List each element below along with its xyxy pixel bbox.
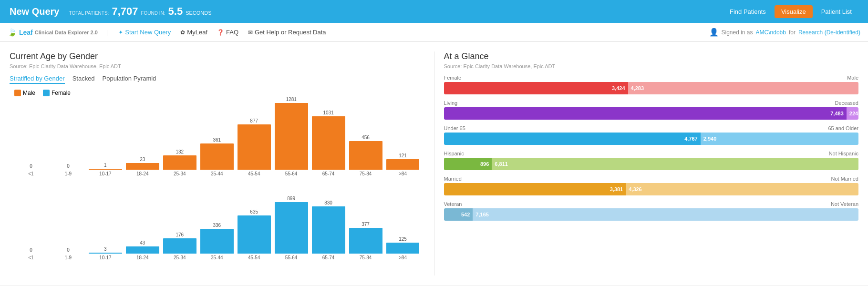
bar-value-label: 23 — [140, 157, 145, 162]
glance-left-label: Under 65 — [444, 125, 465, 131]
female-label: Female — [52, 90, 71, 96]
start-new-query-link[interactable]: ✦ Start New Query — [118, 29, 171, 36]
user-info: 👤 Signed in as AMC\ndobb for Research (D… — [709, 28, 861, 37]
faq-link[interactable]: ❓ FAQ — [217, 29, 238, 36]
bar-value-label: 176 — [176, 232, 184, 237]
bar-group: 103165-74 — [312, 110, 345, 176]
find-patients-button[interactable]: Find Patients — [723, 5, 773, 18]
plus-icon: ✦ — [118, 29, 123, 36]
age-gender-panel: Current Age by Gender Source: Epic Clari… — [10, 51, 424, 276]
glance-left-value: 896 — [480, 161, 489, 167]
glance-labels-row: VeteranNot Veteran — [444, 201, 859, 207]
bar-group: 37775-84 — [349, 222, 382, 260]
leaf-icon: 🍃 — [8, 28, 17, 37]
glance-section: Under 6565 and Older4,7672,940 — [444, 125, 859, 145]
female-bar-chart: 0<101-9310-174318-2417625-3433635-446354… — [10, 184, 424, 260]
bar-group: 0<1 — [14, 163, 48, 176]
bar-age-label: 65-74 — [322, 255, 335, 260]
legend-female: Female — [43, 90, 71, 96]
bar-rect — [89, 169, 122, 170]
male-bar-chart: 0<101-9110-172318-2413225-3436135-448774… — [10, 100, 424, 176]
glance-right-label: Deceased — [835, 100, 858, 106]
bar-value-label: 121 — [399, 153, 407, 158]
question-icon: ❓ — [217, 29, 224, 36]
get-help-link[interactable]: ✉ Get Help or Request Data — [248, 29, 326, 36]
glance-left-label: Female — [444, 75, 462, 81]
bar-value-label: 0 — [67, 247, 70, 253]
glance-right-label: Not Married — [831, 176, 858, 182]
bar-rect — [349, 141, 382, 170]
found-in-label: FOUND IN: — [141, 10, 165, 16]
bar-group: 121>84 — [386, 153, 420, 176]
myleaf-link[interactable]: ✿ MyLeaf — [180, 29, 207, 36]
glance-right-value: 7,165 — [475, 212, 489, 217]
glance-right-value: 2,940 — [703, 136, 717, 142]
bar-group: 33635-44 — [200, 223, 234, 260]
tab-stratified[interactable]: Stratified by Gender — [10, 75, 65, 84]
bar-value-label: 635 — [250, 209, 258, 214]
brand: 🍃 Leaf Clinical Data Explorer 2.0 — [8, 28, 98, 37]
glance-left-value: 4,767 — [684, 136, 698, 142]
phone-icon: ✉ — [248, 29, 253, 36]
glance-section: HispanicNot Hispanic8966,811 — [444, 151, 859, 170]
glance-right-label: Not Veteran — [831, 201, 858, 207]
bar-group: 2318-24 — [126, 157, 159, 176]
bar-age-label: >84 — [399, 255, 407, 260]
bar-age-label: 1-9 — [65, 171, 72, 176]
bar-value-label: 830 — [324, 200, 332, 205]
brand-name: Leaf — [19, 29, 33, 36]
glance-labels-row: HispanicNot Hispanic — [444, 151, 859, 156]
bar-age-label: <1 — [28, 171, 33, 176]
total-patients-value: 7,707 — [112, 5, 138, 18]
glance-title: At a Glance — [444, 51, 859, 61]
bar-value-label: 43 — [140, 240, 145, 245]
bar-group: 45675-84 — [349, 135, 382, 176]
bar-rect — [238, 124, 271, 170]
leaf-nav-icon: ✿ — [180, 29, 185, 36]
bar-rect — [238, 215, 271, 254]
visualize-button[interactable]: Visualize — [775, 5, 813, 18]
bar-value-label: 899 — [287, 196, 295, 201]
bar-group: 0<1 — [14, 247, 48, 260]
bar-group: 63545-54 — [238, 209, 271, 260]
glance-left-label: Hispanic — [444, 151, 464, 156]
bar-rect — [126, 246, 159, 254]
bar-age-label: 45-54 — [248, 171, 260, 176]
bar-age-label: 65-74 — [322, 171, 335, 176]
glance-left-bar: 4,767 — [444, 133, 701, 145]
bar-age-label: 75-84 — [360, 171, 372, 176]
bar-value-label: 0 — [67, 163, 70, 169]
total-patients-label: TOTAL PATIENTS: — [69, 10, 109, 16]
bar-rect — [126, 163, 159, 170]
glance-left-label: Veteran — [444, 201, 462, 207]
bar-group: 110-17 — [89, 163, 122, 176]
bar-group: 01-9 — [52, 163, 85, 176]
bar-value-label: 132 — [176, 149, 184, 154]
bar-rect — [386, 159, 420, 170]
tab-stacked[interactable]: Stacked — [72, 75, 95, 84]
bar-value-label: 1031 — [323, 110, 333, 115]
bar-group: 13225-34 — [163, 149, 196, 176]
bar-group: 128155-64 — [275, 97, 308, 176]
male-label: Male — [23, 90, 35, 96]
bar-rect — [163, 238, 196, 254]
glance-section: VeteranNot Veteran5427,165 — [444, 201, 859, 221]
glance-left-bar: 3,424 — [444, 82, 628, 94]
brand-sub: Clinical Data Explorer 2.0 — [35, 30, 98, 35]
bar-value-label: 1 — [104, 163, 107, 168]
bar-group: 01-9 — [52, 247, 85, 260]
glance-right-value: 4,283 — [631, 85, 644, 91]
bar-value-label: 3 — [104, 246, 107, 252]
glance-right-label: 65 and Older — [828, 125, 858, 131]
patient-list-button[interactable]: Patient List — [815, 5, 858, 18]
bar-value-label: 361 — [213, 137, 221, 143]
myleaf-label: MyLeaf — [187, 29, 207, 36]
for-label: for — [789, 29, 796, 36]
found-in-value: 5.5 — [168, 5, 183, 18]
glance-source: Source: Epic Clarity Data Warehouse, Epi… — [444, 63, 859, 69]
bar-rect — [275, 202, 308, 254]
legend-male: Male — [14, 90, 35, 96]
tab-pyramid[interactable]: Population Pyramid — [103, 75, 156, 84]
bar-age-label: 55-64 — [285, 171, 298, 176]
bar-age-label: >84 — [399, 171, 407, 176]
